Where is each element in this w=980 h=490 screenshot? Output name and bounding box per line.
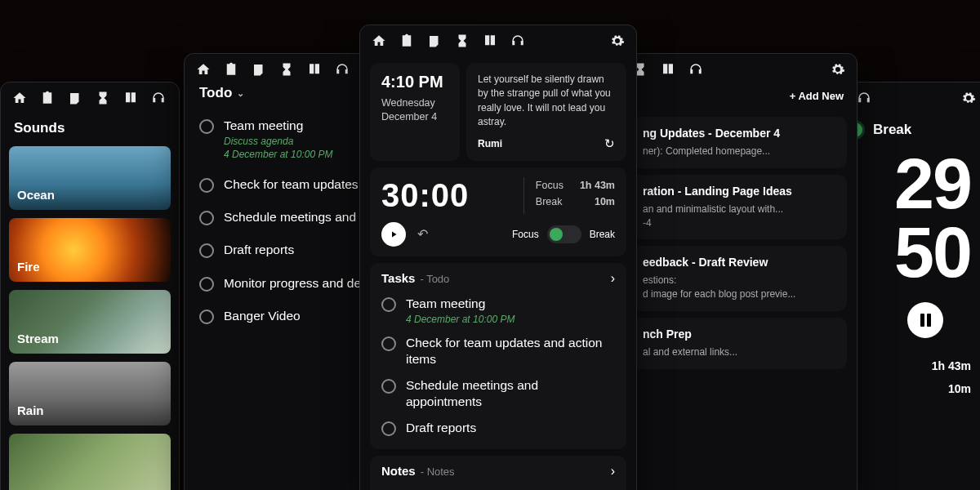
datetime-card: 4:10 PM Wednesday December 4 bbox=[370, 63, 460, 161]
notes-section: Notes- Notes › Team Meeting Updates - De… bbox=[370, 456, 626, 490]
note-title: eedback - Draft Review bbox=[643, 256, 835, 269]
book-icon[interactable] bbox=[661, 62, 675, 77]
toggle-focus-label: Focus bbox=[512, 229, 539, 240]
home-icon[interactable] bbox=[196, 62, 211, 77]
focus-break-toggle[interactable] bbox=[547, 225, 581, 243]
hourglass-icon[interactable] bbox=[279, 62, 294, 77]
task-checkbox[interactable] bbox=[199, 178, 214, 193]
notes-subtitle: - Notes bbox=[421, 466, 455, 478]
sound-tile-ocean[interactable]: Ocean bbox=[9, 146, 171, 210]
headphones-icon[interactable] bbox=[857, 91, 871, 105]
task-checkbox[interactable] bbox=[381, 379, 396, 394]
center-panel: 4:10 PM Wednesday December 4 Let yoursel… bbox=[359, 24, 637, 490]
task-item[interactable]: Team meeting4 December at 10:00 PM bbox=[381, 291, 615, 330]
notes-panel: + Add New ng Updates - December 4 ner): … bbox=[621, 53, 858, 490]
nav-bar bbox=[360, 25, 636, 56]
clock-date: December 4 bbox=[381, 110, 448, 124]
headphones-icon[interactable] bbox=[151, 91, 166, 105]
task-checkbox[interactable] bbox=[199, 119, 214, 134]
note-card[interactable]: nch Prep al and external links... bbox=[631, 318, 847, 369]
notes-title: Notes bbox=[381, 464, 416, 478]
refresh-icon[interactable]: ↻ bbox=[604, 136, 615, 151]
book-icon[interactable] bbox=[123, 91, 138, 105]
sound-tile-rain[interactable]: Rain bbox=[9, 362, 171, 425]
sound-tile-fire[interactable]: Fire bbox=[9, 218, 171, 282]
gear-icon[interactable] bbox=[961, 91, 976, 105]
nav-bar bbox=[1, 82, 179, 114]
notes-icon[interactable] bbox=[252, 62, 266, 77]
note-line: an and minimalistic layout with... bbox=[643, 203, 835, 216]
hourglass-icon[interactable] bbox=[96, 91, 110, 105]
chevron-right-icon[interactable]: › bbox=[611, 271, 615, 286]
task-checkbox[interactable] bbox=[381, 421, 396, 436]
note-title: ng Updates - December 4 bbox=[643, 127, 835, 140]
pause-button[interactable] bbox=[907, 302, 943, 338]
note-line: al and external links... bbox=[643, 345, 835, 359]
play-button[interactable] bbox=[381, 222, 406, 247]
task-item[interactable]: Draft reports bbox=[381, 415, 615, 441]
toggle-break-label: Break bbox=[590, 229, 615, 240]
clipboard-icon[interactable] bbox=[40, 91, 55, 105]
task-checkbox[interactable] bbox=[381, 297, 396, 312]
undo-icon[interactable]: ↶ bbox=[417, 226, 428, 242]
task-checkbox[interactable] bbox=[199, 211, 214, 225]
chevron-right-icon[interactable]: › bbox=[611, 464, 615, 479]
headphones-icon[interactable] bbox=[688, 62, 703, 77]
home-icon[interactable] bbox=[372, 33, 386, 48]
task-item[interactable]: Check for team updates and action items bbox=[381, 330, 615, 372]
gear-icon[interactable] bbox=[831, 62, 845, 77]
book-icon[interactable] bbox=[483, 33, 497, 48]
note-title: nch Prep bbox=[643, 327, 835, 341]
task-checkbox[interactable] bbox=[381, 336, 396, 351]
note-preview[interactable]: Team Meeting Updates - December 4 Update… bbox=[381, 483, 615, 490]
pomodoro-card: 30:00 Focus1h 43m Break10m ↶ Focus Break bbox=[370, 167, 626, 256]
note-line: -4 bbox=[643, 216, 835, 230]
timer-stats: Focus1h 43m Break10m bbox=[523, 177, 615, 214]
note-line: d image for each blog post previe... bbox=[643, 287, 835, 301]
quote-author: Rumi bbox=[478, 138, 502, 149]
note-card[interactable]: eedback - Draft Review estions: d image … bbox=[631, 246, 847, 311]
sound-tile-stream[interactable]: Stream bbox=[9, 290, 171, 354]
note-card[interactable]: ng Updates - December 4 ner): Completed … bbox=[631, 117, 847, 168]
quote-text: Let yourself be silently drawn by the st… bbox=[478, 73, 615, 130]
tasks-section: Tasks- Todo › Team meeting4 December at … bbox=[370, 263, 626, 450]
sound-tile-bird[interactable] bbox=[9, 434, 171, 490]
book-icon[interactable] bbox=[307, 62, 322, 77]
sounds-title: Sounds bbox=[1, 114, 179, 146]
nav-bar bbox=[621, 54, 857, 85]
task-checkbox[interactable] bbox=[199, 310, 214, 324]
tasks-title: Tasks bbox=[381, 271, 415, 285]
hourglass-icon[interactable] bbox=[455, 33, 470, 48]
break-label: Break bbox=[873, 122, 911, 138]
task-item[interactable]: Schedule meetings and appointments bbox=[381, 372, 615, 415]
clipboard-icon[interactable] bbox=[399, 33, 414, 48]
notes-icon[interactable] bbox=[427, 33, 442, 48]
chevron-down-icon: ⌄ bbox=[237, 88, 244, 99]
timer-value: 30:00 bbox=[381, 177, 469, 214]
clipboard-icon[interactable] bbox=[224, 62, 238, 77]
add-new-button[interactable]: + Add New bbox=[790, 90, 844, 102]
sounds-panel: Sounds Ocean Fire Stream Rain bbox=[0, 82, 180, 490]
note-card[interactable]: ration - Landing Page Ideas an and minim… bbox=[631, 175, 847, 240]
notes-icon[interactable] bbox=[68, 91, 82, 105]
tasks-subtitle: - Todo bbox=[420, 273, 449, 285]
gear-icon[interactable] bbox=[610, 33, 625, 48]
home-icon[interactable] bbox=[12, 91, 27, 105]
clock-day: Wednesday bbox=[381, 96, 448, 110]
task-checkbox[interactable] bbox=[199, 277, 214, 292]
quote-card: Let yourself be silently drawn by the st… bbox=[466, 63, 626, 161]
note-title: ration - Landing Page Ideas bbox=[643, 185, 835, 198]
note-line: estions: bbox=[643, 274, 835, 287]
sliders-icon[interactable] bbox=[955, 313, 969, 327]
clock-time: 4:10 PM bbox=[381, 73, 448, 91]
task-checkbox[interactable] bbox=[199, 243, 214, 258]
headphones-icon[interactable] bbox=[335, 62, 350, 77]
headphones-icon[interactable] bbox=[510, 33, 525, 48]
note-line: ner): Completed homepage... bbox=[643, 145, 835, 158]
